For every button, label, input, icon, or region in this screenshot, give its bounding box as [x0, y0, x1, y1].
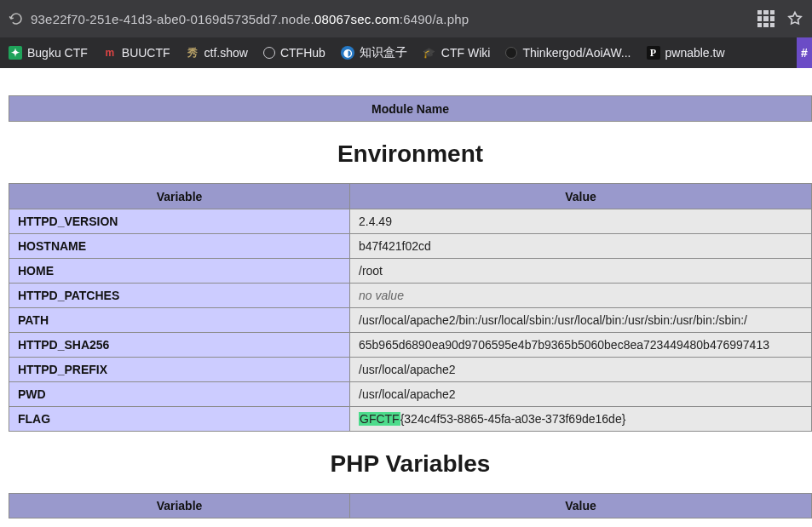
bookmark-bugku[interactable]: ✦Bugku CTF — [9, 46, 88, 60]
env-value-cell: GFCTF{324c4f53-8865-45fa-a03e-373f69de16… — [350, 407, 812, 432]
env-variable-cell: PATH — [9, 308, 350, 333]
env-value-cell: 65b965d6890ea90d9706595e4b7b9365b5060bec… — [350, 333, 812, 358]
env-variable-cell: HTTPD_SHA256 — [9, 333, 350, 358]
env-variable-cell: HTTPD_PATCHES — [9, 284, 350, 308]
bookmark-ctfshow[interactable]: 秀ctf.show — [186, 46, 248, 60]
env-value-cell: /usr/local/apache2/bin:/usr/local/sbin:/… — [350, 308, 812, 333]
bookmark-label: CTFHub — [280, 46, 325, 60]
reload-icon[interactable] — [9, 11, 24, 26]
env-variable-cell: HTTPD_PREFIX — [9, 358, 350, 382]
table-row: HTTPD_VERSION2.4.49 — [9, 209, 812, 234]
env-col-value: Value — [350, 184, 812, 209]
env-variable-cell: PWD — [9, 382, 350, 407]
env-value-cell: b47f421f02cd — [350, 234, 812, 259]
table-row: FLAGGFCTF{324c4f53-8865-45fa-a03e-373f69… — [9, 407, 812, 432]
environment-table: Variable Value HTTPD_VERSION2.4.49HOSTNA… — [9, 183, 812, 432]
bookmark-label: 知识盒子 — [360, 45, 407, 60]
extension-icon[interactable]: # — [797, 37, 812, 68]
module-name-table: Module Name — [9, 95, 812, 122]
favicon-icon — [263, 47, 275, 59]
table-row: HOSTNAMEb47f421f02cd — [9, 234, 812, 259]
bookmark-ctfwiki[interactable]: 🎓CTF Wiki — [423, 46, 491, 60]
url-text[interactable]: 93e22f70-251e-41d3-abe0-0169d5735dd7.nod… — [31, 12, 757, 26]
page-content: Module Name Environment Variable Value H… — [0, 68, 812, 518]
favicon-icon: ✦ — [9, 46, 22, 60]
bookmark-label: ctf.show — [204, 46, 248, 60]
phpv-col-variable: Variable — [9, 494, 350, 518]
bookmark-label: Thinkergod/AoiAW... — [522, 46, 631, 60]
highlighted-text: GFCTF — [359, 412, 400, 426]
favicon-icon: 秀 — [186, 46, 199, 60]
favicon-icon — [505, 47, 517, 59]
bookmark-pwnable[interactable]: Ppwnable.tw — [647, 46, 725, 60]
browser-address-bar: 93e22f70-251e-41d3-abe0-0169d5735dd7.nod… — [0, 0, 812, 37]
bookmark-label: CTF Wiki — [441, 46, 491, 60]
env-variable-cell: HTTPD_VERSION — [9, 209, 350, 234]
env-value-cell: 2.4.49 — [350, 209, 812, 234]
bookmark-buuctf[interactable]: mBUUCTF — [103, 46, 170, 60]
bookmarks-bar: ✦Bugku CTF mBUUCTF 秀ctf.show CTFHub ◐知识盒… — [0, 37, 812, 68]
env-value-cell: /usr/local/apache2 — [350, 382, 812, 407]
bookmark-star-icon[interactable] — [786, 10, 803, 27]
favicon-icon: P — [647, 46, 660, 60]
favicon-icon: ◐ — [341, 46, 354, 60]
bookmark-ctfhub[interactable]: CTFHub — [263, 46, 325, 60]
table-row: PWD/usr/local/apache2 — [9, 382, 812, 407]
url-host: 08067sec.com — [314, 12, 400, 26]
env-variable-cell: FLAG — [9, 407, 350, 432]
favicon-icon: m — [103, 46, 117, 60]
env-variable-cell: HOSTNAME — [9, 234, 350, 259]
bookmark-label: Bugku CTF — [27, 46, 88, 60]
table-row: HOME/root — [9, 259, 812, 284]
env-value-cell: /root — [350, 259, 812, 284]
section-environment-heading: Environment — [9, 140, 812, 168]
env-value-cell: /usr/local/apache2 — [350, 358, 812, 382]
url-post: :6490/a.php — [400, 12, 469, 26]
bookmark-zhishihezi[interactable]: ◐知识盒子 — [341, 45, 407, 60]
phpv-col-value: Value — [350, 494, 812, 518]
table-row: PATH/usr/local/apache2/bin:/usr/local/sb… — [9, 308, 812, 333]
bookmark-label: BUUCTF — [122, 46, 170, 60]
table-row: HTTPD_SHA25665b965d6890ea90d9706595e4b7b… — [9, 333, 812, 358]
table-row: HTTPD_PATCHESno value — [9, 284, 812, 308]
module-name-header: Module Name — [9, 96, 812, 122]
env-value-cell: no value — [350, 284, 812, 308]
phpvars-table: Variable Value — [9, 493, 812, 518]
env-col-variable: Variable — [9, 184, 350, 209]
bookmark-label: pwnable.tw — [665, 46, 725, 60]
bookmark-thinkergod[interactable]: Thinkergod/AoiAW... — [505, 46, 631, 60]
qr-icon[interactable] — [757, 10, 775, 27]
url-pre: 93e22f70-251e-41d3-abe0-0169d5735dd7.nod… — [31, 12, 314, 26]
table-row: HTTPD_PREFIX/usr/local/apache2 — [9, 358, 812, 382]
env-variable-cell: HOME — [9, 259, 350, 284]
section-phpvars-heading: PHP Variables — [9, 450, 812, 478]
favicon-icon: 🎓 — [423, 46, 436, 60]
